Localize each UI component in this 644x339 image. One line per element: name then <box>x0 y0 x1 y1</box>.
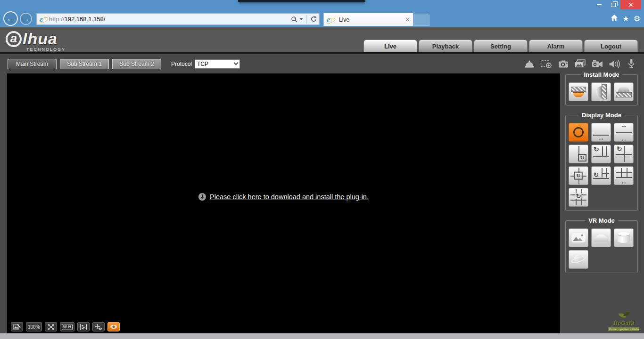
chevron-down-icon <box>234 61 239 65</box>
tab-close-icon[interactable]: ✕ <box>405 16 410 23</box>
display-mode-1plus1-button[interactable]: ↻ <box>569 145 588 163</box>
ie-tab-icon: e <box>327 16 336 24</box>
search-dropdown-icon[interactable] <box>299 18 303 20</box>
minimize-button[interactable] <box>592 0 606 9</box>
triple-snapshot-icon[interactable] <box>574 58 586 70</box>
snapshot-icon[interactable] <box>557 58 570 70</box>
display-mode-original-button[interactable] <box>569 123 588 142</box>
logo-tagline: TECHNOLOGY <box>26 47 66 52</box>
tab-title: Live <box>339 16 402 23</box>
window-controls: ✕ <box>592 0 641 9</box>
maximize-button[interactable] <box>606 0 620 9</box>
refresh-icon[interactable] <box>310 16 317 23</box>
rotate-icon: ↻ <box>576 173 580 179</box>
new-tab-button[interactable] <box>414 14 429 26</box>
panorama-icon <box>571 233 586 242</box>
nav-tab-alarm[interactable]: Alarm <box>529 40 583 52</box>
plugin-download-link[interactable]: Please click here to download and instal… <box>210 193 369 201</box>
protocol-value: TCP <box>197 61 208 67</box>
zoom-100-button[interactable]: 100% <box>26 322 42 331</box>
favorites-star-icon[interactable]: ★ <box>622 15 629 23</box>
main-stream-button[interactable]: Main Stream <box>8 59 57 69</box>
record-icon[interactable] <box>591 58 603 70</box>
display-mode-panorama6-button[interactable]: ↔ <box>614 166 634 185</box>
ground-icon <box>618 86 629 92</box>
nav-tab-logout[interactable]: Logout <box>584 40 638 52</box>
display-mode-1plus3-button[interactable]: ↻ <box>614 145 634 163</box>
eye-icon <box>110 324 117 330</box>
rotate-icon: ↻ <box>594 146 599 153</box>
logo-mark: a <box>6 31 22 47</box>
sub-stream-2-button[interactable]: Sub Stream 2 <box>112 59 161 69</box>
dome-icon <box>594 234 608 242</box>
plugin-download-row: Please click here to download and instal… <box>7 193 560 201</box>
browser-chrome: ✕ ← → e http://192.168.1.158/ e Live ✕ <box>0 0 644 27</box>
leaf-icon <box>618 312 629 319</box>
mode-panel: Install Mode Display Mo <box>565 74 638 282</box>
fisheye-circle-icon <box>573 127 584 137</box>
display-mode-panorama2-button[interactable]: ↔ ↔ <box>614 123 634 142</box>
fluency-icon <box>80 324 87 330</box>
install-mode-wall-button[interactable] <box>591 82 611 101</box>
image-adjust-button[interactable] <box>11 322 23 331</box>
sub-stream-1-button[interactable]: Sub Stream 1 <box>60 59 109 69</box>
download-icon <box>198 193 206 201</box>
install-mode-group: Install Mode <box>565 74 638 105</box>
smart-eye-button[interactable] <box>107 322 120 331</box>
cylinder-icon <box>618 232 630 243</box>
vr-mode-cylinder-button[interactable] <box>614 228 634 247</box>
fluency-button[interactable] <box>77 322 90 331</box>
h-arrow-icon: ↔ <box>620 178 627 185</box>
url-text[interactable]: http://192.168.1.158/ <box>49 16 291 23</box>
install-mode-ground-button[interactable] <box>614 82 634 101</box>
rotate-icon: ↻ <box>617 145 622 152</box>
nav-tab-setting[interactable]: Setting <box>474 40 528 52</box>
close-button[interactable]: ✕ <box>620 0 641 9</box>
browser-back-button[interactable]: ← <box>3 11 18 26</box>
page-bottom-strip <box>0 333 644 339</box>
search-icon[interactable] <box>291 16 297 23</box>
browser-tab-live[interactable]: e Live ✕ <box>323 13 413 26</box>
dahua-logo: a lhua TECHNOLOGY <box>6 30 66 52</box>
display-mode-1plus8-button[interactable]: ↻ <box>569 188 588 207</box>
close-icon: ✕ <box>628 2 634 8</box>
alarm-out-icon[interactable] <box>523 58 536 70</box>
display-mode-1plus2-button[interactable]: ↻ <box>591 145 611 163</box>
install-mode-title: Install Mode <box>580 71 622 78</box>
home-icon[interactable] <box>611 14 618 23</box>
vr-mode-panorama-button[interactable] <box>569 228 588 247</box>
forward-arrow-icon: → <box>23 15 29 23</box>
minimize-icon <box>597 4 602 5</box>
rules-info-icon <box>94 323 102 330</box>
protocol-label: Protocol <box>171 61 192 67</box>
install-mode-ceiling-button[interactable] <box>569 82 588 101</box>
talk-icon[interactable] <box>625 58 637 70</box>
planet-icon: ✦✦ <box>570 253 586 266</box>
vr-mode-group: VR Mode ✦✦ <box>565 220 638 273</box>
vr-mode-planet-button[interactable]: ✦✦ <box>569 250 588 269</box>
display-mode-1plus4-button[interactable]: ↻ <box>591 166 611 185</box>
browser-forward-button[interactable]: → <box>20 13 32 25</box>
display-mode-2x2-button[interactable]: ↻ <box>569 166 588 185</box>
h-arrow-icon: ↔ <box>620 136 627 142</box>
rules-info-button[interactable] <box>92 322 105 331</box>
protocol-select[interactable]: TCP <box>195 59 240 69</box>
aspect-ratio-button[interactable]: W:H <box>60 322 74 331</box>
settings-gear-icon[interactable]: ⚙ <box>634 15 640 23</box>
hogaki-watermark: HoGaKi Home - garden - kitchen <box>608 312 639 331</box>
rotate-icon: ↻ <box>576 193 582 199</box>
nav-tab-live[interactable]: Live <box>363 40 417 52</box>
nav-tab-playback[interactable]: Playback <box>419 40 472 52</box>
ceiling-icon <box>571 87 586 92</box>
vr-mode-dome-button[interactable] <box>591 228 611 247</box>
main-navigation: Live Playback Setting Alarm Logout <box>363 40 638 52</box>
display-mode-panorama1-button[interactable]: ↔ <box>591 123 611 142</box>
audio-icon[interactable] <box>608 58 620 70</box>
site-header: a lhua TECHNOLOGY Live Playback Setting … <box>0 27 644 52</box>
fullscreen-button[interactable] <box>45 322 57 331</box>
digital-zoom-icon[interactable] <box>540 58 553 70</box>
maximize-icon <box>611 3 616 7</box>
rotate-icon: ↻ <box>580 155 584 161</box>
back-arrow-icon: ← <box>7 14 15 24</box>
address-bar[interactable]: e http://192.168.1.158/ <box>36 13 320 25</box>
